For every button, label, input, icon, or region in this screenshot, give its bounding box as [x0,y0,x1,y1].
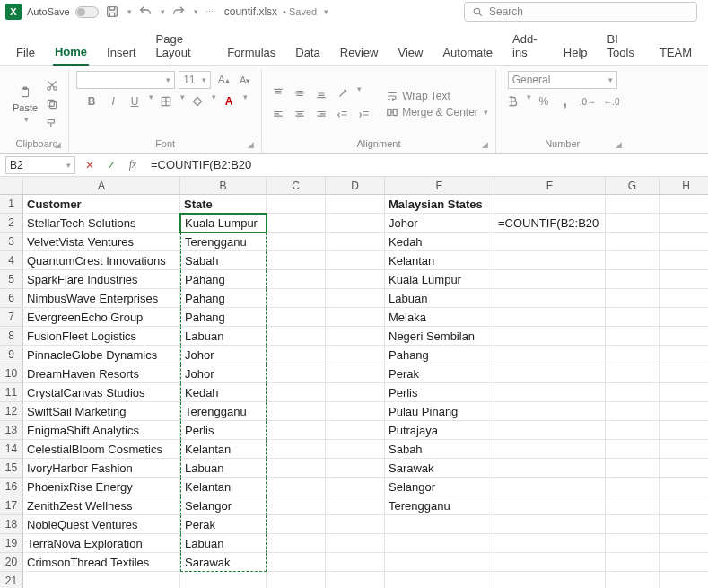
cell-C6[interactable] [267,289,326,308]
cell-C2[interactable] [267,214,326,233]
cell-F5[interactable] [494,270,606,289]
cell-E13[interactable]: Putrajaya [385,421,494,440]
qat-customize[interactable]: ⋯ [205,7,214,16]
cell-F16[interactable] [494,478,606,496]
cell-G13[interactable] [606,421,660,440]
cell-E9[interactable]: Pahang [385,346,494,364]
align-center-icon[interactable] [291,106,309,124]
formula-bar[interactable] [147,156,703,174]
decrease-font-icon[interactable]: A▾ [236,71,254,89]
cell-F20[interactable] [494,553,606,572]
row-header-8[interactable]: 8 [0,327,23,346]
cell-H21[interactable] [660,572,708,588]
cell-B15[interactable]: Labuan [180,459,267,478]
cell-E2[interactable]: Johor [385,214,494,233]
cell-F4[interactable] [494,251,606,270]
row-header-11[interactable]: 11 [0,383,23,402]
row-header-3[interactable]: 3 [0,233,23,251]
cell-C12[interactable] [267,402,326,421]
save-icon[interactable] [104,4,120,20]
fill-color-icon[interactable] [188,92,206,110]
col-header-C[interactable]: C [267,177,326,195]
cell-A14[interactable]: CelestialBloom Cosmetics [23,440,180,459]
cell-G6[interactable] [606,289,660,308]
cell-E20[interactable] [385,553,494,572]
cell-B17[interactable]: Selangor [180,496,267,515]
search-box[interactable]: Search [464,2,697,22]
autosave-toggle[interactable] [75,6,99,18]
cell-H3[interactable] [660,233,708,251]
undo-icon[interactable] [137,4,153,20]
cell-A15[interactable]: IvoryHarbor Fashion [23,459,180,478]
row-header-6[interactable]: 6 [0,289,23,308]
filename-more[interactable]: ▾ [324,7,328,16]
row-header-12[interactable]: 12 [0,402,23,421]
cell-B21[interactable] [180,572,267,588]
font-family-select[interactable]: ▾ [76,71,175,89]
cell-A17[interactable]: ZenithZest Wellness [23,496,180,515]
tab-automate[interactable]: Automate [441,42,494,65]
cell-E8[interactable]: Negeri Sembilan [385,327,494,346]
row-header-4[interactable]: 4 [0,251,23,270]
row-header-7[interactable]: 7 [0,308,23,327]
cell-C3[interactable] [267,233,326,251]
cell-G10[interactable] [606,364,660,383]
cell-A4[interactable]: QuantumCrest Innovations [23,251,180,270]
tab-data[interactable]: Data [293,42,321,65]
cell-B16[interactable]: Kelantan [180,478,267,496]
cell-G2[interactable] [606,214,660,233]
cell-D21[interactable] [326,572,385,588]
row-header-5[interactable]: 5 [0,270,23,289]
orientation-icon[interactable] [334,84,352,102]
cell-E6[interactable]: Labuan [385,289,494,308]
cell-B10[interactable]: Johor [180,364,267,383]
cell-F8[interactable] [494,327,606,346]
tab-insert[interactable]: Insert [105,42,138,65]
cell-E11[interactable]: Perlis [385,383,494,402]
cell-B7[interactable]: Pahang [180,308,267,327]
cell-C20[interactable] [267,553,326,572]
cell-G14[interactable] [606,440,660,459]
tab-page-layout[interactable]: Page Layout [154,29,210,65]
col-header-B[interactable]: B [180,177,267,195]
cell-B12[interactable]: Terengganu [180,402,267,421]
decrease-decimal-icon[interactable]: ←.0 [601,92,621,110]
col-header-D[interactable]: D [326,177,385,195]
cell-F7[interactable] [494,308,606,327]
cell-D18[interactable] [326,515,385,534]
cell-A13[interactable]: EnigmaShift Analytics [23,421,180,440]
cell-G18[interactable] [606,515,660,534]
cell-A3[interactable]: VelvetVista Ventures [23,233,180,251]
cell-F14[interactable] [494,440,606,459]
row-header-21[interactable]: 21 [0,572,23,588]
cell-H9[interactable] [660,346,708,364]
align-right-icon[interactable] [312,106,330,124]
cell-G19[interactable] [606,534,660,553]
cell-C17[interactable] [267,496,326,515]
cell-H12[interactable] [660,402,708,421]
accounting-format-icon[interactable] [503,92,521,110]
cell-F11[interactable] [494,383,606,402]
cell-B14[interactable]: Kelantan [180,440,267,459]
cell-F19[interactable] [494,534,606,553]
cell-D6[interactable] [326,289,385,308]
cell-H4[interactable] [660,251,708,270]
col-header-A[interactable]: A [23,177,180,195]
cell-D2[interactable] [326,214,385,233]
cell-G8[interactable] [606,327,660,346]
cell-D19[interactable] [326,534,385,553]
cell-B6[interactable]: Pahang [180,289,267,308]
cut-icon[interactable] [43,77,61,93]
cell-F10[interactable] [494,364,606,383]
font-launcher-icon[interactable]: ◢ [248,140,254,149]
cell-G4[interactable] [606,251,660,270]
cell-E10[interactable]: Perak [385,364,494,383]
select-all-corner[interactable] [0,177,23,195]
cell-A1[interactable]: Customer [23,195,180,214]
cell-E18[interactable] [385,515,494,534]
cell-F18[interactable] [494,515,606,534]
fx-icon[interactable]: fx [124,156,142,174]
tab-file[interactable]: File [14,42,37,65]
cell-G17[interactable] [606,496,660,515]
decrease-indent-icon[interactable] [334,106,352,124]
